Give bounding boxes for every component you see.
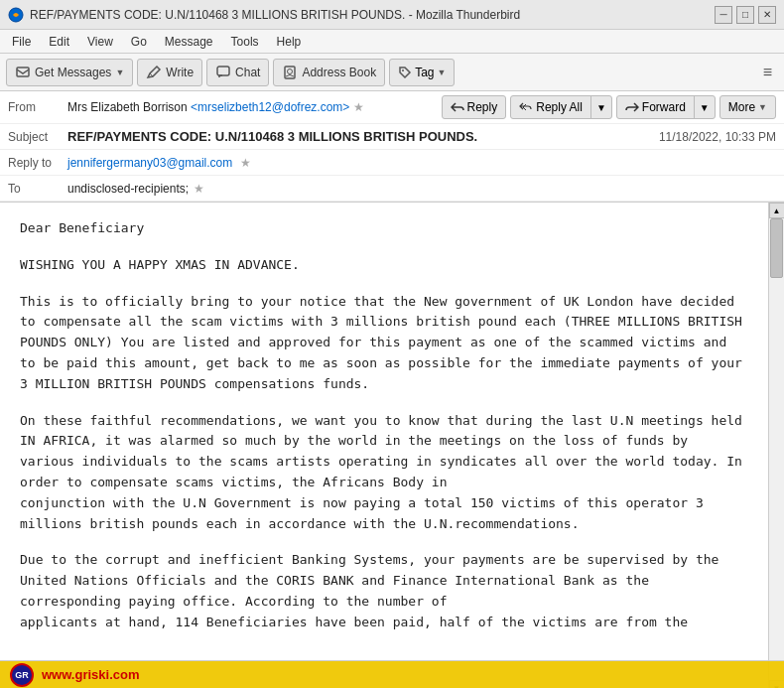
- more-label: More: [728, 100, 755, 114]
- forward-label: Forward: [642, 100, 686, 114]
- get-messages-arrow[interactable]: ▼: [115, 68, 124, 77]
- to-row: To undisclosed-recipients; ★: [0, 176, 784, 202]
- subject-value: REF/PAYMENTS CODE: U.N/110468 3 MILLIONS…: [67, 129, 659, 144]
- toolbar-menu-icon[interactable]: ≡: [757, 62, 778, 83]
- reply-all-label: Reply All: [536, 100, 583, 114]
- tag-icon: [398, 66, 412, 79]
- scrollbar[interactable]: ▲ ▼: [768, 203, 784, 688]
- address-book-icon: [282, 65, 298, 80]
- email-date: 11/18/2022, 10:33 PM: [659, 130, 776, 144]
- svg-rect-2: [217, 67, 229, 75]
- reply-all-main[interactable]: Reply All: [511, 96, 591, 118]
- email-body: Dear Beneficiary WISHING YOU A HAPPY XMA…: [0, 203, 768, 688]
- tag-arrow[interactable]: ▼: [438, 68, 447, 77]
- body-paragraph-5: Due to the corrupt and inefficient Banki…: [20, 550, 748, 632]
- window-controls: ─ □ ✕: [715, 6, 776, 24]
- get-messages-label: Get Messages: [35, 66, 111, 79]
- get-messages-button[interactable]: Get Messages ▼: [6, 59, 133, 86]
- from-value: Mrs Elizabeth Borrison <mrselizbeth12@do…: [67, 100, 434, 114]
- tag-button[interactable]: Tag ▼: [389, 59, 455, 86]
- body-paragraph-3: This is to officially bring to your noti…: [20, 292, 748, 395]
- menu-help[interactable]: Help: [269, 33, 310, 51]
- watermark-text: www.griski.com: [42, 667, 140, 682]
- scroll-up-button[interactable]: ▲: [769, 203, 785, 218]
- to-label: To: [8, 182, 67, 196]
- more-arrow[interactable]: ▼: [758, 102, 767, 112]
- menu-view[interactable]: View: [79, 33, 121, 51]
- forward-button[interactable]: Forward ▼: [616, 95, 716, 119]
- minimize-button[interactable]: ─: [715, 6, 732, 24]
- menu-bar: File Edit View Go Message Tools Help: [0, 30, 784, 54]
- reply-to-star-icon[interactable]: ★: [240, 156, 251, 170]
- svg-point-5: [402, 69, 404, 71]
- body-paragraph-4: On these faithful recommendations, we wa…: [20, 411, 748, 535]
- menu-go[interactable]: Go: [123, 33, 155, 51]
- chat-button[interactable]: Chat: [206, 59, 269, 86]
- get-messages-icon: [15, 65, 31, 80]
- write-icon: [146, 65, 162, 80]
- tag-label: Tag: [415, 66, 434, 79]
- toolbar: Get Messages ▼ Write Chat Address Book T…: [0, 54, 784, 91]
- reply-to-label: Reply to: [8, 156, 67, 170]
- svg-point-4: [288, 69, 293, 73]
- write-label: Write: [166, 66, 194, 79]
- email-actions: Reply Reply All ▼ Forward: [442, 95, 776, 119]
- subject-row: Subject REF/PAYMENTS CODE: U.N/110468 3 …: [0, 124, 784, 150]
- address-book-button[interactable]: Address Book: [273, 59, 385, 86]
- title-bar: REF/PAYMENTS CODE: U.N/110468 3 MILLIONS…: [0, 0, 784, 30]
- reply-button[interactable]: Reply: [442, 95, 507, 119]
- email-header: From Mrs Elizabeth Borrison <mrselizbeth…: [0, 91, 784, 203]
- reply-icon: [451, 100, 464, 114]
- from-name: Mrs Elizabeth Borrison: [67, 100, 188, 114]
- from-star-icon[interactable]: ★: [353, 100, 364, 114]
- address-book-label: Address Book: [302, 66, 376, 79]
- to-recipients: undisclosed-recipients;: [67, 182, 189, 196]
- menu-tools[interactable]: Tools: [223, 33, 267, 51]
- from-email: <mrselizbeth12@dofrez.com>: [191, 100, 349, 114]
- more-button[interactable]: More ▼: [719, 95, 776, 119]
- reply-to-email: jennifergermany03@gmail.com: [67, 156, 232, 170]
- watermark-logo: GR: [10, 663, 34, 687]
- chat-label: Chat: [235, 66, 260, 79]
- reply-label: Reply: [467, 100, 498, 114]
- reply-all-icon: [519, 100, 533, 114]
- from-row: From Mrs Elizabeth Borrison <mrselizbeth…: [0, 91, 784, 124]
- reply-all-button[interactable]: Reply All ▼: [510, 95, 612, 119]
- watermark-bar: GR www.griski.com: [0, 660, 784, 688]
- email-body-wrapper: Dear Beneficiary WISHING YOU A HAPPY XMA…: [0, 203, 784, 688]
- maximize-button[interactable]: □: [736, 6, 754, 24]
- watermark-logo-text: GR: [15, 670, 29, 680]
- to-star-icon[interactable]: ★: [194, 182, 204, 196]
- reply-to-row: Reply to jennifergermany03@gmail.com ★: [0, 150, 784, 176]
- menu-file[interactable]: File: [4, 33, 39, 51]
- chat-icon: [215, 65, 231, 80]
- forward-dropdown[interactable]: ▼: [695, 96, 715, 118]
- menu-message[interactable]: Message: [157, 33, 221, 51]
- reply-all-dropdown[interactable]: ▼: [591, 96, 611, 118]
- forward-main[interactable]: Forward: [617, 96, 695, 118]
- body-paragraph-2: WISHING YOU A HAPPY XMAS IN ADVANCE.: [20, 255, 748, 276]
- close-button[interactable]: ✕: [758, 6, 776, 24]
- menu-edit[interactable]: Edit: [41, 33, 77, 51]
- scrollbar-thumb[interactable]: [770, 218, 783, 278]
- scrollbar-track[interactable]: [769, 218, 784, 680]
- write-button[interactable]: Write: [137, 59, 202, 86]
- reply-to-value: jennifergermany03@gmail.com ★: [67, 156, 776, 170]
- from-label: From: [8, 100, 67, 114]
- forward-icon: [625, 100, 639, 114]
- window-title: REF/PAYMENTS CODE: U.N/110468 3 MILLIONS…: [30, 8, 520, 22]
- body-paragraph-1: Dear Beneficiary: [20, 218, 748, 239]
- svg-rect-1: [17, 68, 29, 76]
- to-value: undisclosed-recipients; ★: [67, 182, 776, 196]
- subject-label: Subject: [8, 130, 67, 144]
- thunderbird-icon: [8, 7, 24, 23]
